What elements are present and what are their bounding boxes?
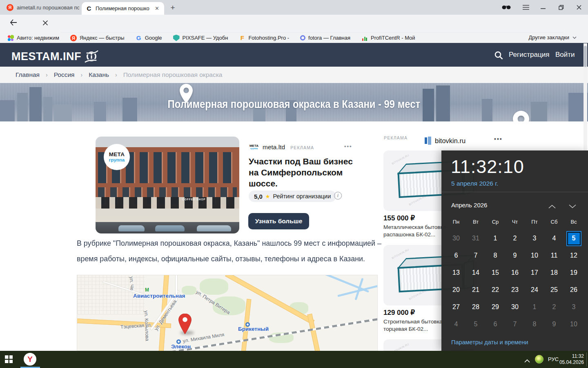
bookmark-item[interactable]: fotora — Главная — [300, 35, 350, 41]
breadcrumb-label[interactable]: Полимерная порошковая окраска — [123, 71, 223, 79]
calendar-day[interactable]: 23 — [505, 281, 525, 298]
calendar-day[interactable]: 3 — [564, 298, 584, 316]
calendar-day[interactable]: 14 — [466, 264, 486, 281]
calendar-day[interactable]: 2 — [505, 230, 525, 247]
calendar-day[interactable]: 11 — [544, 247, 564, 264]
tab-active-mestam[interactable]: C Полимерная порошко ✕ — [82, 2, 164, 15]
calendar-day[interactable]: 30 — [505, 298, 525, 316]
calendar-day[interactable]: 25 — [544, 281, 564, 298]
product-name[interactable]: Строительная бытовка торцевая БК-02... — [383, 318, 449, 333]
back-button[interactable] — [10, 19, 17, 28]
start-button[interactable] — [5, 355, 13, 363]
calendar-day[interactable]: 1 — [486, 230, 505, 247]
sidebar-menu-icon[interactable]: ••• — [494, 136, 503, 142]
breadcrumb-item[interactable]: Россия › — [54, 71, 89, 79]
site-logo[interactable]: MESTAM.INF — [11, 50, 98, 63]
calendar-next-icon[interactable] — [569, 203, 576, 210]
map-pin-icon[interactable] — [178, 314, 192, 334]
calendar-day[interactable]: 9 — [505, 247, 525, 264]
browser-menu-icon[interactable] — [521, 3, 531, 11]
clock-date-link[interactable]: 5 апреля 2026 г. — [451, 180, 498, 187]
stop-loading-icon[interactable] — [42, 20, 48, 28]
learn-more-button[interactable]: Узнать больше — [248, 213, 309, 229]
calendar-day[interactable]: 8 — [486, 247, 505, 264]
sidebar-brand[interactable]: bitovkin.ru — [425, 137, 466, 145]
incognito-glasses-icon[interactable] — [501, 3, 511, 11]
bookmark-item[interactable]: Авито: недвижим — [7, 35, 59, 41]
tray-expand-icon[interactable] — [524, 357, 530, 364]
calendar-day[interactable]: 24 — [525, 281, 544, 298]
ad-image[interactable]: COFFEE SHOP МЕТА группа — [96, 137, 239, 233]
new-tab-button[interactable]: + — [167, 2, 178, 13]
scrollbar-thumb[interactable] — [584, 46, 587, 67]
show-desktop-button[interactable] — [586, 352, 587, 366]
taskbar-yandex-browser-icon[interactable]: Y — [24, 353, 36, 366]
breadcrumb-item[interactable]: Казань › — [89, 71, 123, 79]
bookmark-item[interactable]: Яндекс — быстры — [70, 35, 125, 41]
calendar-day[interactable]: 7 — [466, 247, 486, 264]
calendar-day[interactable]: 7 — [505, 316, 525, 333]
calendar-day[interactable]: 6 — [486, 316, 505, 333]
bookmark-item[interactable]: ProfiTCentR - Мой — [361, 35, 415, 41]
ad-brand-domain[interactable]: meta.ltd — [263, 144, 285, 151]
calendar-day[interactable]: 19 — [564, 264, 584, 281]
breadcrumb-label[interactable]: Главная — [16, 71, 40, 79]
calendar-day[interactable]: 29 — [486, 298, 505, 316]
calendar-prev-icon[interactable] — [548, 203, 556, 210]
calendar-day[interactable]: 12 — [564, 247, 584, 264]
calendar-day[interactable]: 10 — [564, 316, 584, 333]
bookmark-item[interactable]: PIXSAFE — Удобн — [173, 35, 228, 41]
calendar-day[interactable]: 4 — [544, 230, 564, 247]
calendar-day[interactable]: 21 — [466, 281, 486, 298]
calendar-day[interactable]: 20 — [446, 281, 466, 298]
info-icon[interactable]: i — [334, 192, 342, 200]
ad-rating-badge[interactable]: 5,0 ★ Рейтинг организации — [249, 191, 336, 202]
site-search-icon[interactable] — [494, 51, 503, 61]
calendar-day[interactable]: 4 — [446, 316, 466, 333]
calendar-day[interactable]: 8 — [525, 316, 544, 333]
calendar-day[interactable]: 28 — [466, 298, 486, 316]
product-name[interactable]: Металлическая бытовка-распашонка БК-02..… — [383, 224, 449, 238]
calendar-day[interactable]: 15 — [486, 264, 505, 281]
other-bookmarks-button[interactable]: Другие закладки — [528, 34, 577, 40]
calendar-day[interactable]: 30 — [446, 230, 466, 247]
bookmark-item[interactable]: Fotohosting.Pro - — [239, 35, 289, 41]
calendar-day[interactable]: 13 — [446, 264, 466, 281]
bookmark-item[interactable]: Google — [136, 35, 162, 41]
window-restore-button[interactable] — [556, 3, 566, 11]
calendar-day[interactable]: 5 — [466, 316, 486, 333]
ad-brand-row: МЕТАгруппа meta.ltd РЕКЛАМА — [249, 143, 314, 151]
calendar-day[interactable]: 3 — [525, 230, 544, 247]
calendar-day[interactable]: 27 — [446, 298, 466, 316]
tab-aimetall[interactable]: Я aimetall.ru порошковая по — [7, 0, 79, 15]
breadcrumb-item[interactable]: Полимерная порошковая окраска › — [123, 71, 223, 79]
tab-close-icon[interactable]: ✕ — [154, 5, 160, 11]
calendar-day[interactable]: 22 — [486, 281, 505, 298]
calendar-day[interactable]: 16 — [505, 264, 525, 281]
window-minimize-button[interactable] — [538, 3, 548, 11]
ad-menu-icon[interactable]: ••• — [344, 143, 352, 149]
login-link[interactable]: Войти — [555, 51, 575, 59]
antivirus-tray-icon[interactable] — [535, 355, 543, 364]
breadcrumb-label[interactable]: Россия — [54, 71, 75, 79]
map[interactable]: М Авиастроительная ул. Че ул. Копылова у… — [77, 275, 378, 352]
taskbar-clock[interactable]: 11:32 05.04.2026 — [555, 353, 584, 366]
calendar-day[interactable]: 2 — [544, 298, 564, 316]
breadcrumb-item[interactable]: Главная › — [16, 71, 54, 79]
calendar-month-label[interactable]: Апрель 2026 — [451, 202, 487, 209]
calendar-day[interactable]: 10 — [525, 247, 544, 264]
calendar-day[interactable]: 26 — [564, 281, 584, 298]
breadcrumb-label[interactable]: Казань — [89, 71, 109, 79]
calendar-day[interactable]: 9 — [544, 316, 564, 333]
register-link[interactable]: Регистрация — [509, 51, 549, 59]
ad-headline[interactable]: Участки под Ваш бизнес на Симферопольско… — [249, 156, 354, 189]
window-close-button[interactable] — [574, 3, 584, 11]
date-time-settings-link[interactable]: Параметры даты и времени — [451, 339, 528, 346]
calendar-day[interactable]: 6 — [446, 247, 466, 264]
calendar-day[interactable]: 1 — [525, 298, 544, 316]
calendar-day[interactable]: 17 — [525, 264, 544, 281]
breadcrumb-separator: › — [81, 72, 83, 78]
calendar-day[interactable]: 18 — [544, 264, 564, 281]
calendar-day[interactable]: 5 — [567, 232, 581, 245]
calendar-day[interactable]: 31 — [466, 230, 486, 247]
